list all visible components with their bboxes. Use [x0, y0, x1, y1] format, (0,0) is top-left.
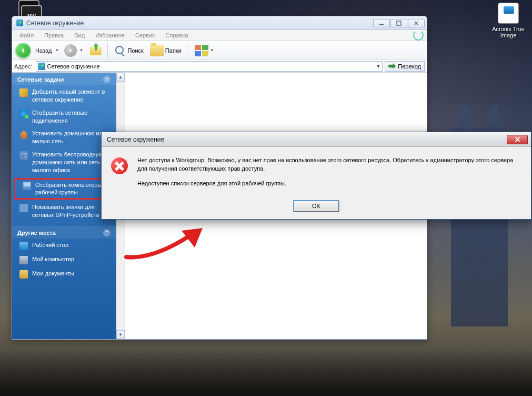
- task-label: Установить домашнюю или малую сеть: [32, 130, 112, 145]
- close-button[interactable]: [408, 19, 425, 27]
- other-places-label: Другие места: [17, 230, 56, 236]
- scroll-up-button[interactable]: ▲: [116, 73, 125, 82]
- place-label: Мой компьютер: [32, 255, 74, 264]
- task-show-connections[interactable]: Отобразить сетевые подключения: [12, 106, 116, 127]
- explorer-title: Сетевое окружение: [26, 19, 84, 27]
- minimize-button[interactable]: [373, 19, 390, 27]
- address-input[interactable]: Сетевое окружение ▼: [36, 61, 383, 72]
- dialog-titlebar[interactable]: Сетевое окружение: [102, 132, 531, 147]
- computer-icon: [19, 256, 28, 264]
- search-button[interactable]: Поиск: [112, 45, 145, 56]
- upnp-icon: [19, 204, 28, 212]
- chevron-up-icon: ⌃: [103, 229, 111, 236]
- scroll-down-button[interactable]: ▼: [116, 330, 125, 339]
- acronis-label: Acronis True Image: [492, 26, 525, 38]
- task-label: Добавить новый элемент в сетевое окружен…: [32, 88, 112, 104]
- wireless-icon: [19, 151, 28, 160]
- ok-button[interactable]: OK: [294, 201, 339, 212]
- acronis-icon: [498, 3, 519, 24]
- maximize-button[interactable]: [390, 19, 407, 27]
- address-icon: [38, 63, 45, 70]
- task-label: Установить беспроводную домашнюю сеть ил…: [32, 151, 112, 174]
- folders-label: Папки: [165, 47, 182, 54]
- add-place-icon: [19, 88, 28, 97]
- connections-icon: [19, 110, 28, 118]
- network-tasks-header[interactable]: Сетевые задачи ⌃: [12, 73, 116, 85]
- error-dialog: Сетевое окружение Нет доступа к Workgrou…: [101, 132, 531, 220]
- place-my-documents[interactable]: Мои документы: [12, 267, 116, 281]
- network-places-icon: [16, 19, 23, 26]
- task-setup-home-network[interactable]: Установить домашнюю или малую сеть: [12, 127, 116, 148]
- menubar: Файл Правка Вид Избранное Сервис Справка: [12, 30, 427, 41]
- address-value: Сетевое окружение: [47, 63, 100, 70]
- wallpaper-shadow: [0, 349, 532, 396]
- dialog-text: Нет доступа к Workgroup. Возможно, у вас…: [137, 156, 523, 194]
- go-label: Переход: [398, 63, 421, 70]
- menu-view[interactable]: Вид: [70, 31, 89, 39]
- svg-rect-0: [379, 24, 384, 25]
- nav-forward-button[interactable]: [64, 44, 77, 57]
- task-view-workgroup-computers[interactable]: Отобразить компьютеры рабочей группы: [14, 178, 114, 200]
- dialog-close-button[interactable]: [507, 135, 528, 144]
- place-my-computer[interactable]: Мой компьютер: [12, 253, 116, 267]
- menu-edit[interactable]: Правка: [40, 31, 68, 39]
- nav-back-label: Назад: [35, 47, 52, 54]
- task-label: Отобразить компьютеры рабочей группы: [35, 181, 108, 197]
- address-label: Адрес:: [14, 63, 33, 70]
- dialog-title: Сетевое окружение: [107, 136, 164, 143]
- menu-file[interactable]: Файл: [15, 31, 38, 39]
- home-network-icon: [19, 130, 28, 138]
- error-icon: [110, 156, 129, 175]
- address-dropdown[interactable]: ▼: [376, 64, 380, 69]
- go-arrow-icon: [388, 63, 396, 70]
- address-bar: Адрес: Сетевое окружение ▼ Переход: [12, 60, 427, 73]
- error-line-2: Недоступен список серверов для этой рабо…: [137, 180, 523, 188]
- place-desktop[interactable]: Рабочий стол: [12, 239, 116, 253]
- computers-icon: [23, 182, 31, 190]
- nav-up-button[interactable]: [88, 43, 103, 58]
- throbber-icon: [413, 30, 424, 41]
- search-label: Поиск: [127, 47, 143, 54]
- svg-rect-1: [397, 21, 401, 25]
- views-icon: [195, 45, 208, 56]
- views-button[interactable]: ▼: [193, 45, 219, 56]
- task-upnp-icons[interactable]: Показывать значки для сетевых UPnP-устро…: [12, 201, 116, 222]
- search-icon: [114, 45, 126, 56]
- other-places-header[interactable]: Другие места ⌃: [12, 226, 116, 239]
- toolbar: Назад ▼ ▼ Поиск Папки ▼: [12, 41, 427, 60]
- toolbar-separator: [107, 43, 108, 58]
- back-dropdown[interactable]: ▼: [55, 48, 59, 53]
- place-label: Рабочий стол: [32, 241, 68, 250]
- desktop-icon-acronis[interactable]: Acronis True Image: [490, 3, 527, 38]
- folders-button[interactable]: Папки: [148, 45, 184, 56]
- desktop-icon: [19, 242, 28, 250]
- task-label: Отобразить сетевые подключения: [32, 109, 112, 125]
- explorer-titlebar[interactable]: Сетевое окружение: [12, 16, 427, 30]
- task-add-network-place[interactable]: Добавить новый элемент в сетевое окружен…: [12, 85, 116, 106]
- task-setup-wireless[interactable]: Установить беспроводную домашнюю сеть ил…: [12, 148, 116, 177]
- chevron-up-icon: ⌃: [103, 76, 111, 83]
- go-button[interactable]: Переход: [385, 61, 425, 72]
- toolbar-separator-2: [188, 43, 188, 58]
- menu-favorites[interactable]: Избранное: [91, 31, 129, 39]
- task-label: Показывать значки для сетевых UPnP-устро…: [32, 203, 112, 219]
- error-line-1: Нет доступа к Workgroup. Возможно, у вас…: [137, 156, 523, 173]
- forward-dropdown[interactable]: ▼: [79, 48, 83, 53]
- menu-tools[interactable]: Сервис: [131, 31, 159, 39]
- menu-help[interactable]: Справка: [162, 31, 193, 39]
- nav-back-button[interactable]: [15, 43, 31, 58]
- network-tasks-label: Сетевые задачи: [17, 76, 64, 83]
- documents-icon: [19, 270, 28, 279]
- folders-icon: [150, 45, 164, 56]
- place-label: Мои документы: [32, 270, 74, 279]
